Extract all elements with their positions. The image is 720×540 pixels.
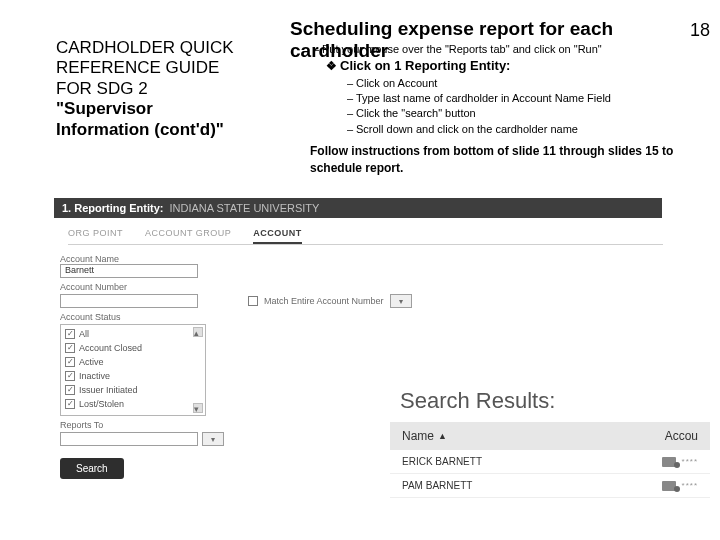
- diamond-icon: ❖: [326, 58, 340, 75]
- tab-account-group[interactable]: ACCOUNT GROUP: [145, 228, 231, 238]
- sub-bullet: Click on Account: [356, 77, 437, 89]
- reports-to-dropdown-icon[interactable]: ▾: [202, 432, 224, 446]
- dash-icon: –: [344, 76, 356, 91]
- left-bold: "Supervisor Information (cont'd)": [56, 99, 251, 140]
- dash-icon: –: [344, 122, 356, 137]
- scroll-down-icon[interactable]: ▾: [193, 403, 203, 413]
- entity-label: 1. Reporting Entity:: [62, 202, 163, 214]
- bullet-top: Put your mouse over the "Reports tab" an…: [322, 43, 602, 55]
- result-row[interactable]: PAM BARNETT ****: [390, 474, 710, 498]
- scroll-up-icon[interactable]: ▴: [193, 327, 203, 337]
- masked-account: ****: [682, 481, 698, 490]
- result-name: ERICK BARNETT: [402, 456, 662, 467]
- result-row[interactable]: ERICK BARNETT ****: [390, 450, 710, 474]
- account-name-input[interactable]: Barnett: [60, 264, 198, 278]
- col-name[interactable]: Name: [402, 429, 434, 443]
- account-status-listbox[interactable]: ▴ ✓All ✓Account Closed ✓Active ✓Inactive…: [60, 324, 206, 416]
- status-check[interactable]: ✓: [65, 385, 75, 395]
- reporting-entity-bar[interactable]: 1. Reporting Entity: INDIANA STATE UNIVE…: [54, 198, 662, 218]
- status-check[interactable]: ✓: [65, 399, 75, 409]
- sub-bullet: Scroll down and click on the cardholder …: [356, 123, 578, 135]
- dash-icon: –: [344, 91, 356, 106]
- bullet-section: Click on 1 Reporting Entity:: [340, 58, 510, 73]
- tab-org-point[interactable]: ORG POINT: [68, 228, 123, 238]
- match-label: Match Entire Account Number: [264, 296, 384, 306]
- status-item[interactable]: Account Closed: [79, 343, 142, 353]
- status-check[interactable]: ✓: [65, 371, 75, 381]
- status-item[interactable]: Inactive: [79, 371, 110, 381]
- reports-to-input[interactable]: [60, 432, 198, 446]
- results-header-row: Name ▲ Accou: [390, 422, 710, 450]
- sort-asc-icon[interactable]: ▲: [438, 431, 447, 441]
- status-item[interactable]: Issuer Initiated: [79, 385, 138, 395]
- masked-account: ****: [682, 457, 698, 466]
- follow-text: Follow instructions from bottom of slide…: [310, 143, 690, 177]
- dash-icon: –: [310, 42, 322, 57]
- cardholder-icon: [662, 457, 676, 467]
- left-title-block: CARDHOLDER QUICK REFERENCE GUIDE FOR SDG…: [56, 38, 251, 140]
- account-number-input[interactable]: [60, 294, 198, 308]
- status-item[interactable]: Lost/Stolen: [79, 399, 124, 409]
- entity-value: INDIANA STATE UNIVERSITY: [169, 202, 319, 214]
- status-check-all[interactable]: ✓: [65, 329, 75, 339]
- account-number-label: Account Number: [60, 282, 660, 292]
- search-button[interactable]: Search: [60, 458, 124, 479]
- tabs-row: ORG POINT ACCOUNT GROUP ACCOUNT: [68, 228, 663, 245]
- sub-bullet: Type last name of cardholder in Account …: [356, 92, 611, 104]
- tab-account[interactable]: ACCOUNT: [253, 228, 302, 244]
- result-name: PAM BARNETT: [402, 480, 662, 491]
- status-item[interactable]: All: [79, 329, 89, 339]
- dash-icon: –: [344, 106, 356, 121]
- cardholder-icon: [662, 481, 676, 491]
- status-check[interactable]: ✓: [65, 357, 75, 367]
- account-status-label: Account Status: [60, 312, 660, 322]
- results-title: Search Results:: [390, 382, 710, 422]
- match-checkbox[interactable]: [248, 296, 258, 306]
- left-line1: CARDHOLDER QUICK REFERENCE GUIDE FOR SDG…: [56, 38, 251, 99]
- sub-bullet: Click the "search" button: [356, 107, 476, 119]
- search-results-panel: Search Results: Name ▲ Accou ERICK BARNE…: [390, 382, 710, 498]
- col-account[interactable]: Accou: [665, 429, 698, 443]
- status-check[interactable]: ✓: [65, 343, 75, 353]
- bullet-area: –Put your mouse over the "Reports tab" a…: [310, 42, 690, 177]
- status-item[interactable]: Active: [79, 357, 104, 367]
- match-dropdown-icon[interactable]: ▾: [390, 294, 412, 308]
- account-name-label: Account Name: [60, 254, 660, 264]
